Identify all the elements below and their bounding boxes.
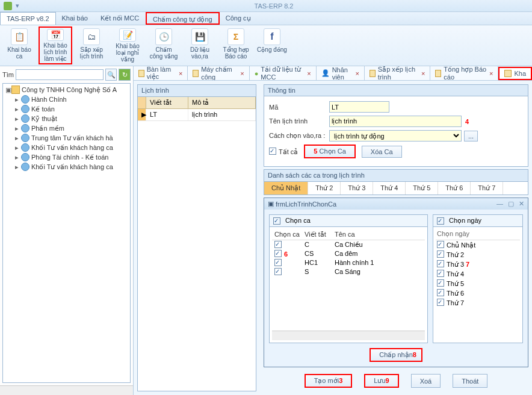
day-tab-t4[interactable]: Thứ 4	[373, 182, 406, 194]
chon-ca-group-check[interactable]	[273, 217, 280, 225]
day-check[interactable]	[437, 260, 444, 267]
ribbon-khai-bao-lich[interactable]: 📅Khai báo lịch trình làm việc	[39, 26, 72, 64]
close-icon[interactable]: ×	[356, 70, 359, 77]
grid[interactable]: Viết tắt Mô tả ▶ LT lịch trình	[137, 97, 256, 391]
day-row[interactable]: Thứ 2	[436, 250, 520, 260]
ribbon-cong-dong[interactable]: fCộng đồng	[255, 26, 289, 64]
close-icon[interactable]: ×	[240, 70, 244, 77]
day-check[interactable]	[437, 250, 444, 258]
tab-tai-du-lieu[interactable]: ●Tải dữ liệu từ MCC×	[250, 66, 317, 81]
ribbon-khai-bao-ca[interactable]: 📋Khai báo ca	[2, 26, 36, 64]
tab-kha[interactable]: Kha	[498, 67, 532, 80]
col-vt: Viết tắt	[302, 231, 332, 238]
ca-check[interactable]	[274, 241, 282, 248]
download-icon: ●	[255, 70, 259, 77]
tree-hscroll[interactable]	[0, 385, 133, 395]
ca-row[interactable]: 6CSCa đêm	[272, 249, 425, 258]
ma-input[interactable]	[329, 101, 389, 113]
tab-may-cham-cong[interactable]: Máy chấm công×	[188, 66, 249, 81]
day-row[interactable]: Thứ 5	[436, 279, 520, 288]
col-mo-ta[interactable]: Mô tả	[188, 97, 256, 108]
day-check[interactable]	[437, 279, 444, 287]
ribbon-du-lieu[interactable]: 💾Dữ liệu vào,ra	[183, 26, 217, 64]
menu-khai-bao[interactable]: Khai báo	[56, 12, 94, 25]
menu-cham-cong[interactable]: Chấm công tự động	[146, 12, 220, 25]
tree-node[interactable]: ▸Phòng Tài chính - Kế toán	[4, 152, 129, 162]
ca-row[interactable]: SCa Sáng	[272, 267, 425, 276]
ca-row[interactable]: HC1Hành chính 1	[272, 258, 425, 267]
tatca-checkbox[interactable]	[269, 148, 276, 155]
day-row[interactable]: Thứ 3 7	[436, 260, 520, 269]
close-icon[interactable]: ×	[421, 70, 425, 77]
menu-cong-cu[interactable]: Công cụ	[220, 12, 258, 25]
tree-node[interactable]: ▸Kế toán	[4, 104, 129, 114]
close-icon[interactable]: ✕	[519, 200, 524, 208]
form-body: Mã Tên lịch trình 4 Cách chọn vào,ra : l…	[264, 96, 528, 167]
tab-nhan-vien[interactable]: 👤Nhân viên×	[317, 66, 365, 81]
ribbon-sap-xep[interactable]: 🗂Sắp xếp lịch trình	[75, 26, 108, 64]
ca-hscroll[interactable]	[272, 331, 425, 340]
tree-node[interactable]: ▸Khối Tư vấn khách hàng ca	[4, 143, 129, 152]
more-button[interactable]: ...	[464, 131, 478, 142]
day-tab-t7[interactable]: Thứ 7	[471, 182, 503, 194]
maximize-icon[interactable]: ▢	[508, 200, 514, 208]
tab-ban-lam-viec[interactable]: Bàn làm việc×	[134, 66, 188, 81]
version-tab[interactable]: TAS-ERP v8.2	[0, 12, 56, 25]
accept-button[interactable]: Chấp nhận 8	[370, 348, 422, 362]
tree-node[interactable]: ▸Phần mềm	[4, 123, 129, 133]
xoa-button[interactable]: Xoá	[411, 374, 441, 388]
xoa-ca-button[interactable]: Xóa Ca	[362, 146, 402, 158]
tree-node[interactable]: ▸Kỹ thuật	[4, 114, 129, 123]
tree-node[interactable]: ▸Trung tâm Tư vấn khách hà	[4, 133, 129, 143]
chon-ca-button[interactable]: 5 Chọn Ca	[304, 145, 355, 158]
day-tabs: Chủ Nhật Thứ 2 Thứ 3 Thứ 4 Thứ 5 Thứ 6 T…	[264, 182, 528, 195]
day-tab-cn[interactable]: Chủ Nhật	[264, 182, 308, 194]
ca-check[interactable]	[274, 259, 282, 266]
tab-sap-xep[interactable]: Sắp xếp lịch trình×	[365, 66, 430, 81]
ribbon-cham-cong-vang[interactable]: 🕒Chấm công vắng	[147, 26, 181, 64]
day-tab-t3[interactable]: Thứ 3	[341, 182, 373, 194]
day-tab-t2[interactable]: Thứ 2	[308, 182, 341, 194]
close-icon[interactable]: ×	[307, 70, 311, 77]
ribbon-khai-bao-loai[interactable]: 📝Khai báo loại nghỉ vắng	[111, 26, 144, 64]
day-tab-t6[interactable]: Thứ 6	[438, 182, 471, 194]
day-row[interactable]: Thứ 6	[436, 288, 520, 298]
thoat-button[interactable]: Thoát	[453, 374, 487, 388]
ca-check[interactable]	[274, 268, 282, 275]
day-check[interactable]	[437, 241, 444, 248]
close-icon[interactable]: ×	[489, 70, 493, 77]
ribbon-tong-hop[interactable]: ΣTổng hợp Báo cáo	[219, 26, 253, 64]
menu-ket-noi[interactable]: Kết nối MCC	[94, 12, 146, 25]
day-check[interactable]	[437, 289, 444, 296]
day-tab-t5[interactable]: Thứ 5	[406, 182, 438, 194]
day-row[interactable]: Thứ 4	[436, 269, 520, 279]
search-button[interactable]: 🔍	[105, 69, 117, 81]
day-check[interactable]	[437, 299, 444, 306]
day-check[interactable]	[437, 270, 444, 277]
annotation-4: 4	[465, 118, 469, 125]
cach-label: Cách chọn vào,ra :	[269, 132, 329, 140]
tree-node[interactable]: ▸Khối Tư vấn khách hàng ca	[4, 162, 129, 172]
col-viet-tat[interactable]: Viết tắt	[146, 97, 188, 108]
chon-ngay-group-check[interactable]	[437, 217, 444, 225]
tree-node[interactable]: ▸Hành Chính	[4, 95, 129, 104]
minimize-icon[interactable]: —	[496, 200, 503, 208]
close-icon[interactable]: ×	[179, 70, 182, 77]
luu-button[interactable]: Lưu9	[364, 374, 398, 388]
right-pane: Bàn làm việc× Máy chấm công× ●Tải dữ liệ…	[134, 66, 532, 395]
ten-input[interactable]	[329, 116, 462, 127]
day-row[interactable]: Chủ Nhật	[436, 240, 520, 250]
tab-tong-hop[interactable]: Tổng hợp Báo cáo×	[430, 66, 498, 81]
day-row[interactable]: Thứ 7	[436, 298, 520, 308]
tao-moi-button[interactable]: Tạo mới3	[305, 374, 353, 388]
absence-icon: 📝	[123, 30, 133, 40]
cach-select[interactable]: lịch trình tự động	[329, 130, 462, 142]
org-tree[interactable]: ▣Công ty TNHH Công Nghệ Số A ▸Hành Chính…	[2, 83, 131, 383]
grid-row[interactable]: ▶ LT lịch trình	[138, 109, 256, 121]
modal-titlebar[interactable]: ▣ frmLichTrinhChonCa — ▢ ✕	[264, 198, 528, 210]
ca-row[interactable]: CCa Chiều	[272, 240, 425, 249]
ca-check[interactable]	[274, 250, 282, 257]
tree-root[interactable]: ▣Công ty TNHH Công Nghệ Số A	[4, 85, 129, 95]
refresh-button[interactable]: ↻	[119, 69, 131, 81]
search-input[interactable]	[16, 69, 104, 80]
